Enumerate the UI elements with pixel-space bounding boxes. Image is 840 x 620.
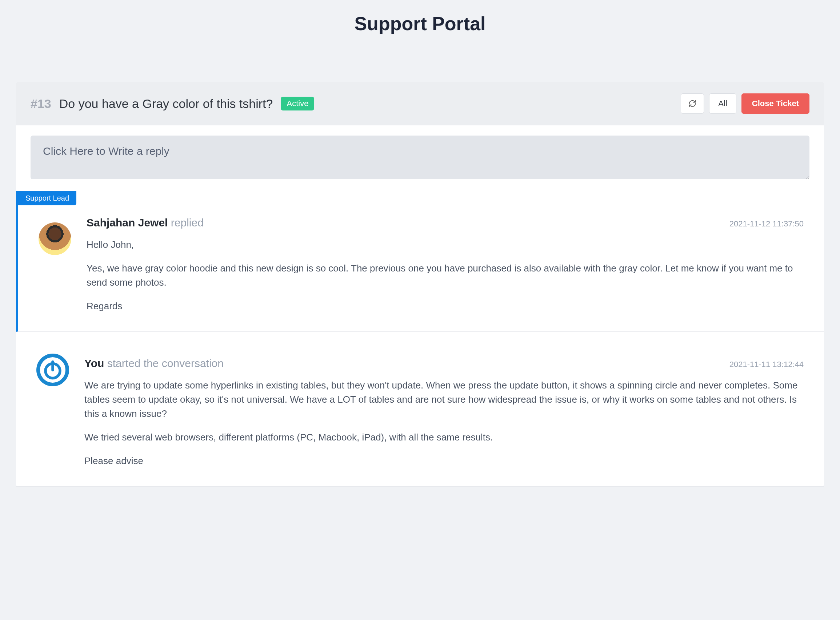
entry-action: started the conversation	[107, 357, 224, 369]
ticket-header: #13 Do you have a Gray color of this tsh…	[16, 82, 824, 125]
entry-content: You started the conversation 2021-11-11 …	[84, 348, 804, 468]
refresh-button[interactable]	[681, 93, 704, 114]
conversation-entry: You started the conversation 2021-11-11 …	[16, 332, 824, 487]
conversation-list: Support Lead Sahjahan Jewel replied 2021…	[16, 191, 824, 487]
ticket-title: Do you have a Gray color of this tshirt?	[59, 97, 273, 111]
avatar	[36, 354, 69, 386]
reply-section	[16, 125, 824, 191]
entry-paragraph: Yes, we have gray color hoodie and this …	[86, 261, 804, 290]
entry-action: replied	[171, 217, 204, 229]
entry-name: Sahjahan Jewel	[86, 217, 167, 229]
page-header: Support Portal	[0, 0, 840, 82]
entry-person: You started the conversation	[84, 357, 224, 370]
entry-person: Sahjahan Jewel replied	[86, 217, 204, 229]
reply-input[interactable]	[30, 135, 810, 179]
all-button[interactable]: All	[709, 93, 736, 114]
entry-name: You	[84, 357, 104, 369]
entry-paragraph: Regards	[86, 299, 804, 313]
page-title: Support Portal	[0, 13, 840, 35]
entry-header-row: You started the conversation 2021-11-11 …	[84, 357, 804, 370]
role-tag: Support Lead	[18, 191, 76, 205]
entry-body: Hello John, Yes, we have gray color hood…	[86, 238, 804, 313]
close-ticket-button[interactable]: Close Ticket	[742, 93, 810, 114]
entry-body: We are trying to update some hyperlinks …	[84, 378, 804, 468]
ticket-actions: All Close Ticket	[681, 93, 810, 114]
entry-timestamp: 2021-11-12 11:37:50	[730, 219, 804, 229]
refresh-icon	[688, 99, 696, 108]
entry-content: Sahjahan Jewel replied 2021-11-12 11:37:…	[86, 207, 804, 313]
entry-paragraph: Please advise	[84, 454, 804, 468]
avatar	[39, 223, 71, 255]
entry-header-row: Sahjahan Jewel replied 2021-11-12 11:37:…	[86, 217, 804, 229]
ticket-id: #13	[30, 97, 51, 111]
entry-paragraph: Hello John,	[86, 238, 804, 252]
ticket-container: #13 Do you have a Gray color of this tsh…	[16, 82, 824, 487]
ticket-title-group: #13 Do you have a Gray color of this tsh…	[30, 97, 314, 111]
entry-paragraph: We tried several web browsers, different…	[84, 430, 804, 444]
conversation-entry: Support Lead Sahjahan Jewel replied 2021…	[16, 191, 824, 332]
status-badge: Active	[281, 97, 314, 110]
power-icon	[42, 359, 63, 381]
entry-timestamp: 2021-11-11 13:12:44	[730, 360, 804, 369]
entry-paragraph: We are trying to update some hyperlinks …	[84, 378, 804, 421]
